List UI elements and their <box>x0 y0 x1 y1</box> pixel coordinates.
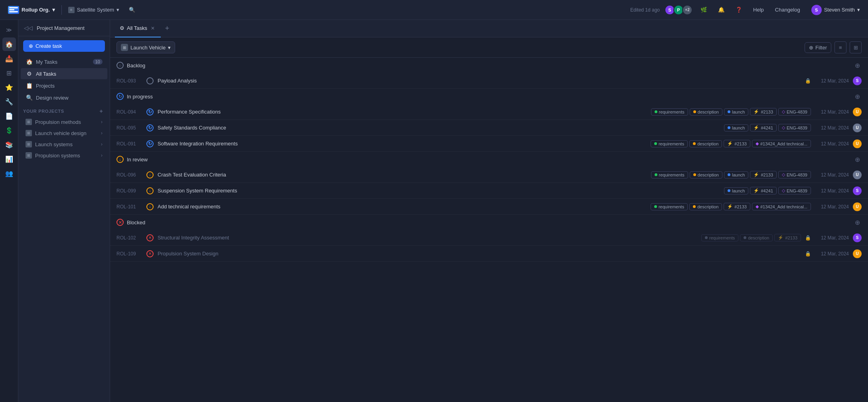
changelog-label[interactable]: Changelog <box>772 5 803 14</box>
edited-timestamp: Edited 1d ago <box>630 7 660 13</box>
link-icon-purple-096: ◇ <box>782 172 785 177</box>
sidebar-icon-layout[interactable]: ⊞ <box>2 66 16 80</box>
content-toolbar: ⊞ Launch Vehicle ▾ ⊕ Filter ≡ ⊞ <box>110 37 868 58</box>
sidebar-icon-tools[interactable]: 🔧 <box>2 95 16 108</box>
group-title-backlog: Backlog <box>127 63 145 69</box>
sidebar-icon-book[interactable]: 📚 <box>2 138 16 151</box>
link-2133-091: ⚡#2133 <box>724 140 750 147</box>
sidebar-icon-home[interactable]: 🏠 <box>2 37 16 51</box>
left-panel: ◁◁ Project Management ⊕ Create task 🏠 My… <box>18 20 110 402</box>
dot-gray2-102 <box>744 236 746 239</box>
group-add-backlog[interactable]: ⊕ <box>853 61 862 70</box>
org-logo[interactable]: Rollup Org. ▾ <box>5 4 58 16</box>
sidebar-icon-report[interactable]: 📊 <box>2 152 16 166</box>
main-layout: ≫ 🏠 📥 ⊞ ⭐ 🔧 📄 💲 📚 📊 👥 ◁◁ Project Managem… <box>0 20 868 402</box>
design-review-label: Design review <box>36 95 103 101</box>
help-label[interactable]: Help <box>750 5 767 14</box>
project-item-launch-systems[interactable]: ⊞ Launch systems › <box>21 139 107 149</box>
launch-vehicle-group-button[interactable]: ⊞ Launch Vehicle ▾ <box>116 41 175 53</box>
create-task-button[interactable]: ⊕ Create task <box>23 40 105 52</box>
group-title-review: In review <box>127 157 148 163</box>
help-icon-button[interactable]: ❓ <box>732 4 745 16</box>
chevron-launch-vehicle-design: › <box>101 130 103 136</box>
group-header-blocked[interactable]: ✕ Blocked ⊕ <box>110 215 868 230</box>
projects-section-header: YOUR PROJECTS + <box>18 104 110 116</box>
user-avatar: S <box>811 5 822 15</box>
project-selector[interactable]: ≡ Satellite System ▾ <box>65 5 122 15</box>
tab-add-button[interactable]: + <box>162 23 173 34</box>
project-icon-launch-vehicle: ⊞ <box>26 130 32 136</box>
task-row-rol-095[interactable]: ROL-095 ↻ Safety Standards Compliance la… <box>110 120 868 136</box>
task-tags-rol-102: requirements description ⚡#2133 <box>701 234 801 241</box>
chevron-propulsion-methods: › <box>101 119 103 125</box>
task-row-rol-099[interactable]: ROL-099 ↓ Suspension System Requirements… <box>110 183 868 199</box>
sidebar-icon-star[interactable]: ⭐ <box>2 80 16 94</box>
task-row-rol-093[interactable]: ROL-093 Payload Analysis 🔒 12 Mar, 2024 … <box>110 73 868 89</box>
avatar-extra-users[interactable]: +2 <box>682 5 692 15</box>
group-title-inprogress: In progress <box>127 94 153 100</box>
task-id-rol-101: ROL-101 <box>116 204 142 210</box>
alerts-icon-button[interactable]: 🔔 <box>715 4 728 16</box>
task-date-rol-102: 12 Mar, 2024 <box>815 235 849 241</box>
collapse-panel-button[interactable]: ◁◁ <box>23 24 34 32</box>
sidebar-icon-users[interactable]: 👥 <box>2 167 16 180</box>
search-button[interactable]: 🔍 <box>126 5 138 14</box>
group-header-inprogress[interactable]: ↻ In progress ⊕ <box>110 89 868 104</box>
nav-item-all-tasks[interactable]: ⚙ All Tasks <box>21 68 107 79</box>
link-2133-096: ⚡#2133 <box>750 171 777 178</box>
project-item-launch-vehicle-design[interactable]: ⊞ Launch vehicle design › <box>21 128 107 138</box>
group-header-backlog[interactable]: ○ Backlog ⊕ <box>110 58 868 73</box>
user-menu[interactable]: S Steven Smith ▾ <box>808 3 863 17</box>
task-date-rol-095: 12 Mar, 2024 <box>815 125 849 131</box>
tab-close-all-tasks[interactable]: ✕ <box>150 25 156 31</box>
list-view-button[interactable]: ≡ <box>834 41 846 53</box>
nav-item-my-tasks[interactable]: 🏠 My Tasks 10 <box>21 56 107 67</box>
task-name-rol-109: Propulsion System Design <box>158 251 797 257</box>
task-avatar-rol-096: U <box>853 171 862 179</box>
task-tags-rol-096: requirements description launch ⚡#2133 ◇… <box>651 171 811 178</box>
my-tasks-badge: 10 <box>93 59 103 65</box>
link-icon-4241: ⚡ <box>754 125 759 130</box>
task-row-rol-091[interactable]: ROL-091 ↻ Software Integration Requireme… <box>110 136 868 152</box>
group-add-review[interactable]: ⊕ <box>853 155 862 164</box>
task-row-rol-101[interactable]: ROL-101 ↓ Add technical requirements req… <box>110 199 868 215</box>
task-row-rol-096[interactable]: ROL-096 ↓ Crash Test Evaluation Criteria… <box>110 167 868 183</box>
nav-item-design-review[interactable]: 🔍 Design review <box>21 92 107 103</box>
task-date-rol-091: 12 Mar, 2024 <box>815 141 849 147</box>
filter-icon: ⊕ <box>809 45 813 51</box>
tab-all-tasks[interactable]: ⚙ All Tasks ✕ <box>115 20 161 37</box>
sidebar-icon-dollar[interactable]: 💲 <box>2 124 16 137</box>
task-status-rol-091: ↻ <box>146 140 154 147</box>
dot-green-096 <box>655 173 657 176</box>
chevron-launch-systems: › <box>101 141 103 147</box>
sidebar-icon-doc[interactable]: 📄 <box>2 109 16 123</box>
projects-label: Projects <box>36 83 103 89</box>
project-label-launch-systems: Launch systems <box>35 141 98 147</box>
task-row-rol-109[interactable]: ROL-109 ✕ Propulsion System Design 🔒 12 … <box>110 246 868 262</box>
task-row-rol-094[interactable]: ROL-094 ↻ Performance Specifications req… <box>110 104 868 120</box>
nav-item-projects[interactable]: 📋 Projects <box>21 80 107 91</box>
task-avatar-rol-109: U <box>853 249 862 258</box>
notifications-icon-button[interactable]: 🌿 <box>697 4 710 16</box>
projects-add-button[interactable]: + <box>98 108 105 115</box>
task-tags-rol-101: requirements description ⚡#2133 ◆#13424_… <box>651 203 811 210</box>
create-task-plus-icon: ⊕ <box>29 43 33 49</box>
sidebar-expand-button[interactable]: ≫ <box>2 23 16 37</box>
project-item-propulsion-systems[interactable]: ⊞ Propulsion systems › <box>21 150 107 161</box>
main-content: ⚙ All Tasks ✕ + ⊞ Launch Vehicle ▾ ⊕ Fil… <box>110 20 868 402</box>
filter-button[interactable]: ⊕ Filter <box>805 42 831 53</box>
link-13424-091: ◆#13424_Add technical... <box>752 140 811 147</box>
diamond-icon-101: ◆ <box>756 204 759 209</box>
collaborators-avatar-group: S P +2 <box>665 5 692 15</box>
board-view-button[interactable]: ⊞ <box>850 41 862 53</box>
sidebar-icon-inbox[interactable]: 📥 <box>2 52 16 65</box>
project-item-propulsion-methods[interactable]: ⊞ Propulsion methods › <box>21 117 107 127</box>
group-add-inprogress[interactable]: ⊕ <box>853 92 862 101</box>
topbar-right: Edited 1d ago S P +2 🌿 🔔 ❓ Help Changelo… <box>630 3 863 17</box>
task-status-rol-102: ✕ <box>146 234 154 241</box>
task-id-rol-095: ROL-095 <box>116 125 142 131</box>
logo-icon <box>8 6 19 14</box>
task-row-rol-102[interactable]: ROL-102 ✕ Structural Integrity Assessmen… <box>110 230 868 246</box>
group-header-review[interactable]: ↓ In review ⊕ <box>110 152 868 167</box>
group-add-blocked[interactable]: ⊕ <box>853 218 862 227</box>
